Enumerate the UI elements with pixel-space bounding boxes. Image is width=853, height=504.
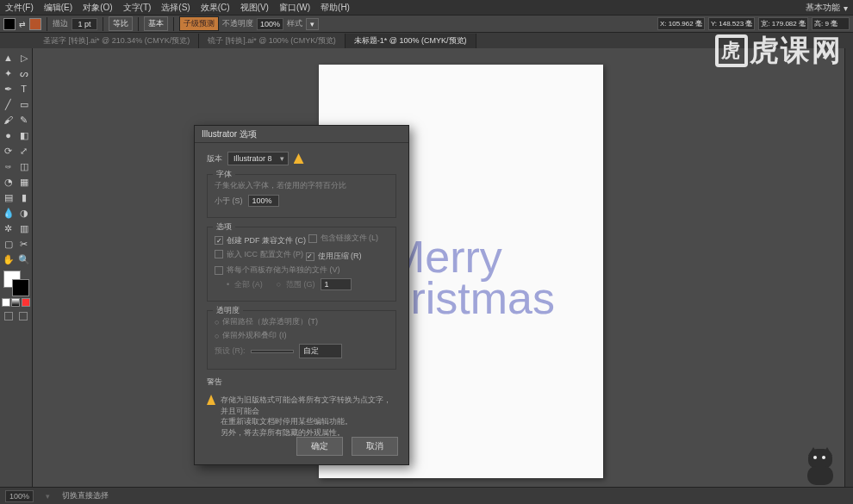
- fonts-percent-input[interactable]: 100%: [248, 195, 279, 207]
- options-section-title: 选项: [213, 221, 235, 233]
- menu-effect[interactable]: 效果(C): [201, 2, 230, 14]
- mesh-tool[interactable]: ▤: [1, 190, 16, 205]
- radio-all: 全部 (A): [234, 279, 263, 290]
- line-tool[interactable]: ╱: [1, 96, 16, 112]
- coord-x[interactable]: X: 105.962 毫: [657, 17, 705, 30]
- eyedropper-tool[interactable]: 💧: [1, 205, 16, 221]
- selection-tool[interactable]: ▲: [1, 50, 16, 65]
- perspective-tool[interactable]: ▦: [16, 174, 32, 190]
- version-label: 版本: [207, 153, 222, 165]
- warning-text: 存储为旧版格式可能会将所有文字转换为点文字，并且可能会 在重新读取文档时停用某些…: [221, 395, 396, 438]
- fill-swatch[interactable]: [3, 18, 16, 30]
- fonts-subset-label: 子集化嵌入字体，若使用的字符百分比: [215, 180, 389, 191]
- watermark: 虎 虎课网: [715, 31, 843, 71]
- stroke-color[interactable]: [12, 279, 29, 296]
- paintbrush-tool[interactable]: 🖌: [1, 112, 16, 128]
- transparency-section-title: 透明度: [213, 305, 243, 316]
- color-mode-icon[interactable]: [2, 298, 10, 307]
- graph-tool[interactable]: ▥: [16, 221, 32, 236]
- stroke-swatch[interactable]: [29, 18, 41, 30]
- swap-icon[interactable]: ⇄: [19, 20, 26, 28]
- menu-object[interactable]: 对象(O): [83, 2, 112, 14]
- radio-preserve-appearance: ○保留外观和叠印 (I): [215, 330, 286, 341]
- pencil-tool[interactable]: ✎: [16, 112, 32, 128]
- workspace-switcher[interactable]: 基本功能▾: [806, 2, 848, 14]
- shape-builder-tool[interactable]: ◔: [1, 174, 16, 190]
- document-tab[interactable]: 未标题-1* @ 100% (CMYK/预览): [346, 34, 476, 48]
- range-input: 1: [321, 278, 352, 290]
- coord-w[interactable]: 宽: 179.082 毫: [758, 17, 808, 30]
- width-tool[interactable]: ⎃: [1, 159, 16, 174]
- ok-button[interactable]: 确定: [296, 437, 343, 456]
- cancel-button[interactable]: 取消: [352, 437, 398, 456]
- save-options-dialog: Illustrator 选项 版本 Illustrator 8 字体 子集化嵌入…: [194, 125, 409, 465]
- screen-mode-normal-icon[interactable]: [4, 312, 13, 320]
- free-transform-tool[interactable]: ◫: [16, 159, 32, 174]
- tools-panel: ▲▷ ✦ᔕ ✒T ╱▭ 🖌✎ ●◧ ⟳⤢ ⎃◫ ◔▦ ▤▮ 💧◑ ✲▥ ▢✂ ✋…: [0, 48, 33, 487]
- style-dropdown[interactable]: ▾: [306, 18, 319, 30]
- preset-label: 预设 (R):: [215, 345, 246, 357]
- rectangle-tool[interactable]: ▭: [16, 96, 32, 112]
- direct-selection-tool[interactable]: ▷: [16, 50, 32, 65]
- scale-tool[interactable]: ⤢: [16, 143, 32, 159]
- version-dropdown[interactable]: Illustrator 8: [227, 152, 289, 165]
- right-panel-dock[interactable]: [844, 48, 853, 487]
- fonts-lessthan-label: 小于 (S): [215, 196, 243, 207]
- stroke-weight-input[interactable]: 1 pt: [72, 18, 97, 30]
- checkbox-save-artboards: 将每个画板存储为单独的文件 (V): [215, 264, 340, 276]
- artwork-text: Merry Christmas: [388, 237, 555, 320]
- document-tab[interactable]: 圣诞字 [转换].ai* @ 210.34% (CMYK/预览): [34, 34, 199, 48]
- warning-icon: [294, 153, 304, 164]
- radio-range: 范围 (G): [286, 279, 315, 290]
- fonts-section-title: 字体: [213, 169, 235, 180]
- brush-basic-dropdown[interactable]: 基本: [144, 16, 168, 31]
- coord-y[interactable]: Y: 148.523 毫: [708, 17, 755, 30]
- menu-window[interactable]: 窗口(W): [279, 2, 310, 14]
- type-tool[interactable]: T: [16, 81, 32, 96]
- style-label: 样式: [287, 18, 302, 29]
- rotate-tool[interactable]: ⟳: [1, 143, 16, 159]
- zoom-level[interactable]: 100%: [5, 490, 34, 502]
- gradient-tool[interactable]: ▮: [16, 190, 32, 205]
- opacity-label: 不透明度: [222, 18, 253, 29]
- artboard-tool[interactable]: ▢: [1, 236, 16, 252]
- menu-view[interactable]: 视图(V): [240, 2, 269, 14]
- none-mode-icon[interactable]: [22, 298, 30, 307]
- menu-edit[interactable]: 编辑(E): [44, 2, 72, 14]
- checkbox-pdf-compatible[interactable]: ✓创建 PDF 兼容文件 (C): [215, 235, 306, 246]
- cat-mascot: [803, 444, 837, 485]
- checkbox-include-linked: 包含链接文件 (L): [308, 233, 379, 244]
- control-bar: ⇄ 描边 1 pt 等比 基本 子级预测 不透明度 100% 样式 ▾ X: 1…: [0, 16, 853, 33]
- opacity-input[interactable]: 100%: [257, 18, 283, 30]
- eraser-tool[interactable]: ◧: [16, 128, 32, 143]
- hand-tool[interactable]: ✋: [1, 252, 16, 267]
- blob-brush-tool[interactable]: ●: [1, 128, 16, 143]
- status-hint: 切换直接选择: [62, 490, 109, 501]
- preset-custom-button: 自定: [299, 344, 342, 358]
- menu-type[interactable]: 文字(T): [123, 2, 152, 14]
- preset-dropdown: [251, 350, 294, 353]
- screen-mode-full-icon[interactable]: [19, 312, 28, 320]
- menu-file[interactable]: 文件(F): [5, 2, 34, 14]
- checkbox-use-compression[interactable]: ✓使用压缩 (R): [306, 251, 362, 262]
- lasso-tool[interactable]: ᔕ: [16, 65, 32, 81]
- uniform-dropdown[interactable]: 等比: [109, 16, 133, 31]
- watermark-icon: 虎: [715, 34, 748, 67]
- blend-tool[interactable]: ◑: [16, 205, 32, 221]
- zoom-tool[interactable]: 🔍: [16, 252, 32, 267]
- magic-wand-tool[interactable]: ✦: [1, 65, 16, 81]
- color-swatches[interactable]: [3, 271, 29, 296]
- menu-help[interactable]: 帮助(H): [321, 2, 350, 14]
- gradient-mode-icon[interactable]: [11, 298, 20, 307]
- menu-bar: 文件(F) 编辑(E) 对象(O) 文字(T) 选择(S) 效果(C) 视图(V…: [0, 0, 853, 16]
- warning-icon: [207, 395, 215, 405]
- symbol-sprayer-tool[interactable]: ✲: [1, 221, 16, 236]
- slice-tool[interactable]: ✂: [16, 236, 32, 252]
- preview-mode[interactable]: 子级预测: [179, 16, 219, 31]
- status-bar: 100% ▾ 切换直接选择: [0, 487, 853, 504]
- coord-h[interactable]: 高: 9 毫: [812, 17, 850, 30]
- pen-tool[interactable]: ✒: [1, 81, 16, 96]
- document-tab[interactable]: 镜子 [转换].ai* @ 100% (CMYK/预览): [199, 34, 346, 48]
- radio-preserve-paths: ○保留路径（放弃透明度）(T): [215, 316, 318, 327]
- menu-select[interactable]: 选择(S): [161, 2, 190, 14]
